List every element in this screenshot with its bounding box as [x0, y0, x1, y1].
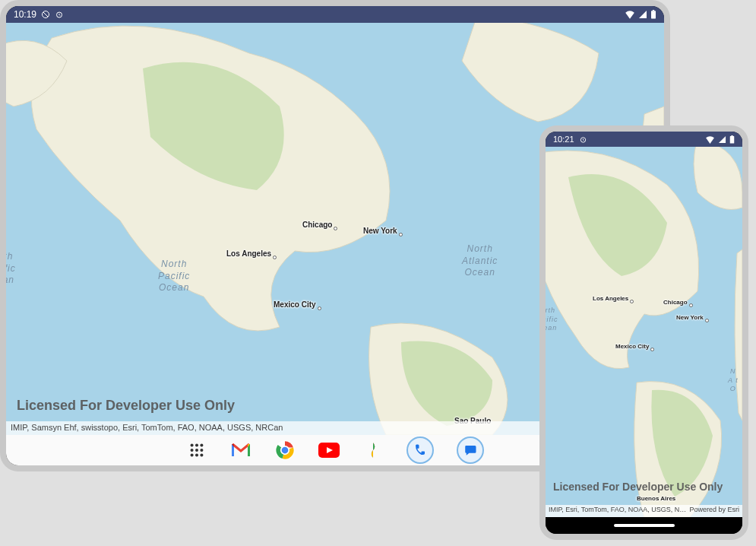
ocean-label: rth cific ean	[546, 306, 558, 333]
alarm-icon	[579, 135, 587, 144]
ocean-label: N A t O	[728, 367, 739, 394]
youtube-icon[interactable]	[318, 440, 340, 461]
gmail-icon[interactable]	[230, 440, 251, 461]
attribution-powered-by: Powered by Esri	[689, 506, 739, 516]
phone-navbar	[546, 517, 742, 534]
map-view[interactable]: Los Angeles Chicago New York Mexico City…	[546, 147, 742, 517]
status-time: 10:21	[553, 135, 574, 144]
city-label: New York	[363, 227, 403, 236]
svg-rect-22	[731, 135, 732, 136]
svg-rect-3	[653, 10, 654, 11]
svg-point-5	[191, 444, 194, 447]
svg-rect-2	[651, 11, 656, 18]
apps-icon[interactable]	[186, 440, 207, 461]
wifi-icon	[705, 135, 715, 144]
status-time: 10:19	[14, 9, 36, 20]
photos-icon[interactable]	[362, 440, 384, 461]
svg-point-9	[195, 449, 198, 452]
svg-point-6	[195, 444, 198, 447]
city-label: Mexico City	[615, 343, 654, 351]
city-label: New York	[676, 314, 709, 322]
map-attribution: IMIP, Esri, TomTom, FAO, NOAA, USGS, N… …	[546, 505, 742, 517]
phone-device: 10:21	[539, 125, 748, 540]
svg-rect-21	[730, 136, 735, 143]
license-watermark: Licensed For Developer Use Only	[553, 481, 723, 493]
status-bar: 10:19	[6, 6, 664, 23]
license-watermark: Licensed For Developer Use Only	[17, 398, 235, 414]
city-label: Chicago	[302, 221, 337, 230]
ocean-label: th ific an	[6, 251, 16, 287]
attribution-sources: IMIP, Esri, TomTom, FAO, NOAA, USGS, N…	[549, 506, 686, 516]
do-not-disturb-icon	[41, 10, 50, 19]
messages-icon[interactable]	[457, 436, 484, 464]
ocean-label: North Pacific Ocean	[158, 259, 190, 294]
battery-icon	[729, 135, 735, 144]
status-bar: 10:21	[546, 132, 742, 147]
city-label: Chicago	[663, 299, 693, 307]
svg-point-8	[191, 449, 194, 452]
home-indicator[interactable]	[614, 524, 675, 527]
wifi-icon	[625, 10, 635, 19]
city-label: Mexico City	[274, 300, 321, 310]
chrome-icon[interactable]	[274, 440, 296, 461]
svg-point-10	[200, 449, 203, 452]
city-label: Buenos Aires	[637, 495, 675, 502]
signal-icon	[638, 10, 647, 19]
battery-icon	[650, 10, 656, 19]
svg-point-12	[195, 453, 198, 456]
svg-point-11	[191, 453, 194, 456]
ocean-label: North Atlantic Ocean	[462, 243, 498, 279]
city-label: Los Angeles	[593, 295, 634, 303]
svg-point-13	[200, 453, 203, 456]
city-label: Los Angeles	[226, 249, 277, 259]
phone-screen: 10:21	[546, 132, 742, 534]
alarm-icon	[55, 10, 64, 19]
phone-icon[interactable]	[406, 436, 434, 464]
signal-icon	[718, 135, 726, 144]
svg-point-7	[200, 444, 203, 447]
